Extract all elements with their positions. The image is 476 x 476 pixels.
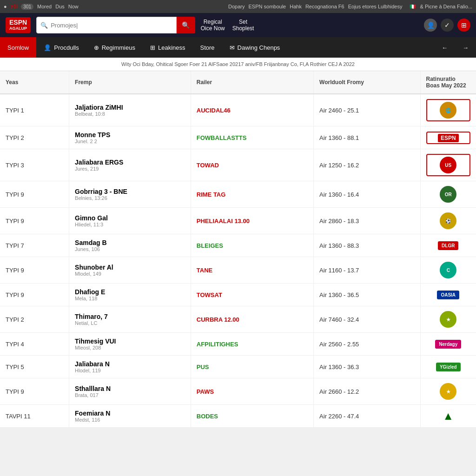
cell-team: Jaliabara NHlodel, 119: [69, 356, 191, 378]
logo-circle: ⚽: [440, 212, 456, 229]
cell-yeas: TYPI 9: [0, 284, 69, 306]
cell-world: Air 1360 - 16.4: [314, 181, 420, 208]
cell-logo: Nerdagy: [420, 333, 476, 356]
nav-back[interactable]: ←: [434, 37, 455, 58]
nav-procdulls-icon: 👤: [44, 44, 51, 51]
nav-dawing[interactable]: ✉ Dawing Chenps: [222, 37, 288, 58]
logo-highlight: ESPN: [426, 132, 471, 144]
nav-leakiness[interactable]: ⊞ Leakiness: [143, 37, 193, 58]
search-bar: 🔍 🔍: [36, 17, 195, 33]
cell-railer: CURBRA 12.00: [191, 306, 313, 333]
cell-team: Foemiara NMedst, 116: [69, 405, 191, 428]
nav-store[interactable]: Store: [193, 37, 222, 58]
cell-yeas: TYPI 7: [0, 234, 69, 257]
cell-logo: 🌐: [420, 94, 476, 126]
cell-world: Air 1360 - 88.3: [314, 234, 420, 257]
header-link-1[interactable]: Regical Oice Now: [201, 19, 225, 32]
check-icon[interactable]: ✓: [441, 19, 454, 32]
subtitle-bar: Wity Oci Bday, Ohitical Sgoer Foer 21 AI…: [0, 58, 476, 71]
cell-railer: TANE: [191, 257, 313, 284]
subtitle-text: Wity Oci Bday, Ohitical Sgoer Foer 21 AI…: [121, 61, 355, 67]
espn-logo[interactable]: ESPN AGALUP: [6, 17, 31, 33]
browser-link-1[interactable]: Dopary: [228, 4, 245, 9]
browser-favicon: ●: [4, 4, 7, 9]
nav-store-label: Store: [200, 44, 215, 51]
cell-yeas: TYPI 3: [0, 149, 69, 181]
nav-forward[interactable]: →: [455, 37, 476, 58]
table-row[interactable]: TYPI 3Jaliabara ERGSJures, 219TOWADAir 1…: [0, 149, 476, 181]
search-input[interactable]: [51, 22, 172, 29]
table-row[interactable]: TYPI 7Samdag BJunes, 106BLEIGESAir 1360 …: [0, 234, 476, 257]
logo-circle: ★: [440, 311, 456, 328]
search-icon: 🔍: [40, 22, 48, 29]
nav-now[interactable]: Now: [68, 4, 79, 9]
content-area: Wity Oci Bday, Ohitical Sgoer Foer 21 AI…: [0, 58, 476, 428]
apps-icon[interactable]: ⊞: [457, 19, 470, 32]
table-row[interactable]: TYPI 9Shunober AlMlodel, 149TANEAir 1160…: [0, 257, 476, 284]
cell-logo: ★: [420, 378, 476, 405]
cell-logo: DLGR: [420, 234, 476, 257]
cell-yeas: TYPI 2: [0, 126, 69, 149]
logo-rect: Nerdagy: [435, 340, 461, 349]
cell-railer: PAWS: [191, 378, 313, 405]
cell-world: Air 2260 - 47.4: [314, 405, 420, 428]
browser-logo: z0l: [11, 4, 18, 9]
table-row[interactable]: TYPI 1Jaljatiora ZiMHIBelbeat, 10:8AUCID…: [0, 94, 476, 126]
logo-highlight: 🌐: [426, 99, 471, 121]
browser-link-6[interactable]: & Picne à Dena Falio...: [420, 4, 472, 9]
cell-railer: AUCIDAL46: [191, 94, 313, 126]
cell-world: Air 7460 - 32.4: [314, 306, 420, 333]
cell-yeas: TYPI 4: [0, 333, 69, 356]
logo-rect: OASIA: [437, 291, 459, 299]
header-links: Regical Oice Now Set Shoplest: [201, 19, 254, 32]
cell-railer: PHELIAALAI 13.00: [191, 208, 313, 234]
nav-mored[interactable]: Mored: [37, 4, 52, 9]
nav-regimmieus[interactable]: ⊕ Regimmieus: [86, 37, 143, 58]
header-icons: 👤 ✓ ⊞: [424, 19, 470, 32]
cell-railer: TOWAD: [191, 149, 313, 181]
browser-bar: ● z0l 301 Mored Dus Now Dopary ESPN somb…: [0, 0, 476, 13]
cell-railer: PUS: [191, 356, 313, 378]
cell-world: Air 1360 - 88.1: [314, 126, 420, 149]
cell-team: Tihmesig VUIMleosl, 208: [69, 333, 191, 356]
table-row[interactable]: TYPI 2Monne TPSJunel. 2 2FOWBALLASTTSAir…: [0, 126, 476, 149]
nav-bar: Somlow 👤 Procdulls ⊕ Regimmieus ⊞ Leakin…: [0, 37, 476, 58]
header-link-2[interactable]: Set Shoplest: [232, 19, 254, 32]
nav-leakiness-icon: ⊞: [150, 44, 155, 51]
table-row[interactable]: TYPI 2Thimaro, 7Netial, LCCURBRA 12.00Ai…: [0, 306, 476, 333]
nav-somlow-label: Somlow: [7, 44, 29, 51]
nav-dus[interactable]: Dus: [55, 4, 65, 9]
cell-world: Air 2860 - 18.3: [314, 208, 420, 234]
cell-railer: RIME TAG: [191, 181, 313, 208]
cell-yeas: TYPI 5: [0, 356, 69, 378]
logo-circle: ★: [440, 383, 456, 400]
cell-world: Air 1360 - 36.3: [314, 356, 420, 378]
cell-logo: ★: [420, 306, 476, 333]
cell-world: Air 1160 - 13.7: [314, 257, 420, 284]
logo-circle: OR: [440, 186, 456, 203]
table-row[interactable]: TYPI 9Gimno GalHliedel, 11:3PHELIAALAI 1…: [0, 208, 476, 234]
table-row[interactable]: TAVPI 11Foemiara NMedst, 116BODESAir 226…: [0, 405, 476, 428]
cell-railer: BODES: [191, 405, 313, 428]
table-row[interactable]: TYPI 9Gobrriag 3 - BNEBelnies, 13:26RIME…: [0, 181, 476, 208]
table-row[interactable]: TYPI 5Jaliabara NHlodel, 119PUSAir 1360 …: [0, 356, 476, 378]
nav-procdulls[interactable]: 👤 Procdulls: [36, 37, 86, 58]
browser-link-5[interactable]: Eojus etores Lulbhidesy: [348, 4, 403, 9]
cell-railer: AFPILITIGHES: [191, 333, 313, 356]
browser-link-2[interactable]: ESPN somboule: [249, 4, 286, 9]
nav-somlow[interactable]: Somlow: [0, 37, 36, 58]
table-row[interactable]: TYPI 9Dhafiog EMela, 118TOWSATAir 1360 -…: [0, 284, 476, 306]
browser-link-3[interactable]: Hahk: [290, 4, 302, 9]
table-row[interactable]: TYPI 9Sthalllara NBrata, 017PAWSAir 2660…: [0, 378, 476, 405]
cell-team: Jaljatiora ZiMHIBelbeat, 10:8: [69, 94, 191, 126]
search-button[interactable]: 🔍: [177, 17, 195, 33]
cell-team: Jaliabara ERGSJures, 219: [69, 149, 191, 181]
cell-railer: FOWBALLASTTS: [191, 126, 313, 149]
browser-link-4[interactable]: Recognationa F6: [305, 4, 344, 9]
table-row[interactable]: TYPI 4Tihmesig VUIMleosl, 208AFPILITIGHE…: [0, 333, 476, 356]
user-icon[interactable]: 👤: [424, 19, 437, 32]
cell-logo: C: [420, 257, 476, 284]
nav-procdulls-label: Procdulls: [54, 44, 79, 51]
cell-railer: TOWSAT: [191, 284, 313, 306]
col-world: Worlduolt Fromy: [314, 71, 420, 94]
